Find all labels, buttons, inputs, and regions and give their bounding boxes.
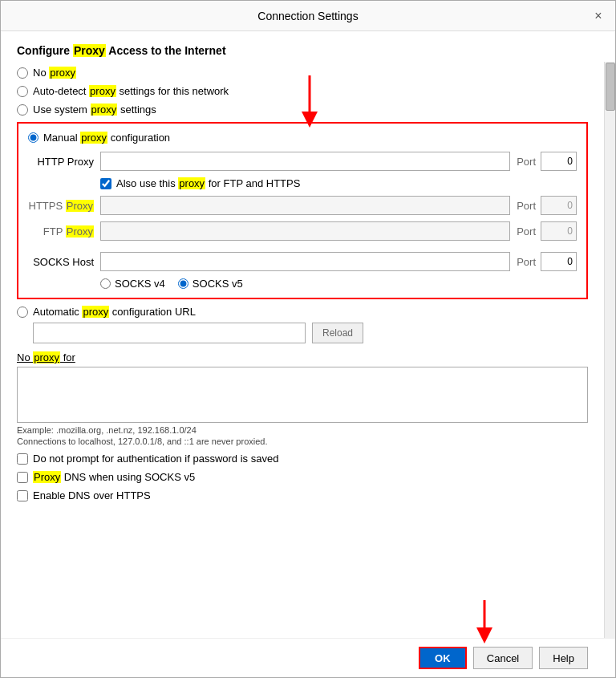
socks-host-input[interactable] [100, 252, 510, 271]
cancel-button[interactable]: Cancel [473, 647, 533, 669]
checkboxes-section: Do not prompt for authentication if pass… [17, 453, 588, 501]
no-proxy-hint2: Connections to localhost, 127.0.0.1/8, a… [17, 436, 588, 446]
socks-v5-label: SOCKS v5 [192, 278, 243, 290]
auto-proxy-input-row: Reload [33, 323, 588, 343]
https-proxy-input[interactable] [100, 196, 510, 215]
also-use-checkbox[interactable] [100, 178, 111, 189]
ftp-proxy-label: FTP Proxy [28, 225, 100, 238]
socks-v4-radio[interactable] [100, 278, 111, 289]
no-proxy-title: No proxy for [17, 351, 588, 363]
reload-button[interactable]: Reload [312, 323, 363, 343]
also-use-row: Also use this proxy for FTP and HTTPS [100, 177, 577, 189]
no-auth-prompt-label: Do not prompt for authentication if pass… [33, 453, 278, 465]
socks-version-row: SOCKS v4 SOCKS v5 [100, 278, 577, 290]
help-button[interactable]: Help [539, 647, 588, 669]
proxy-dns-checkbox[interactable] [17, 472, 28, 483]
dialog-title: Connection Settings [257, 10, 358, 22]
https-proxy-row: HTTPS Proxy Port [28, 196, 577, 215]
no-proxy-hint1: Example: .mozilla.org, .net.nz, 192.168.… [17, 425, 588, 435]
dns-https-option[interactable]: Enable DNS over HTTPS [17, 489, 588, 501]
socks-v4-option[interactable]: SOCKS v4 [100, 278, 165, 290]
radio-auto-proxy[interactable]: Automatic proxy configuration URL [17, 306, 588, 318]
footer: OK Cancel Help [1, 638, 615, 677]
https-port-input[interactable] [541, 196, 577, 215]
ftp-port-label: Port [517, 225, 536, 238]
no-auth-prompt-option[interactable]: Do not prompt for authentication if pass… [17, 453, 588, 465]
section-heading: Configure Proxy Access to the Internet [17, 44, 588, 57]
http-port-label: Port [517, 156, 536, 168]
manual-proxy-section: Manual proxy configuration HTTP Proxy Po… [17, 122, 588, 299]
radio-auto-detect[interactable]: Auto-detect proxy settings for this netw… [17, 85, 588, 97]
socks-host-label: SOCKS Host [28, 256, 100, 268]
auto-proxy-url-input[interactable] [33, 323, 306, 343]
radio-system-proxy[interactable]: Use system proxy settings [17, 104, 588, 116]
main-content: Configure Proxy Access to the Internet N… [1, 31, 615, 510]
no-proxy-section: No proxy for Example: .mozilla.org, .net… [17, 351, 588, 446]
no-auth-prompt-checkbox[interactable] [17, 453, 28, 465]
ok-button[interactable]: OK [419, 647, 467, 669]
https-proxy-label: HTTPS Proxy [28, 200, 100, 212]
http-proxy-input[interactable] [100, 152, 510, 171]
no-proxy-textarea[interactable] [17, 367, 588, 423]
http-proxy-label: HTTP Proxy [28, 156, 100, 168]
https-port-label: Port [517, 200, 536, 212]
socks-port-input[interactable] [541, 252, 577, 271]
dns-https-label: Enable DNS over HTTPS [33, 489, 151, 501]
title-bar: Connection Settings × [1, 1, 615, 31]
proxy-dns-option[interactable]: Proxy DNS when using SOCKS v5 [17, 471, 588, 483]
http-port-input[interactable] [541, 152, 577, 171]
scrollbar-thumb[interactable] [606, 63, 615, 111]
auto-proxy-section: Automatic proxy configuration URL Reload [17, 306, 588, 343]
socks-v4-label: SOCKS v4 [115, 278, 165, 290]
ftp-proxy-row: FTP Proxy Port [28, 221, 577, 241]
http-proxy-row: HTTP Proxy Port [28, 152, 577, 171]
proxy-mode-group: No proxy Auto-detect proxy settings for … [17, 67, 588, 116]
socks-host-row: SOCKS Host Port [28, 252, 577, 271]
ftp-proxy-input[interactable] [100, 221, 510, 241]
dialog: Connection Settings × Configure Proxy Ac… [0, 0, 616, 678]
ftp-port-input[interactable] [541, 221, 577, 241]
socks-v5-option[interactable]: SOCKS v5 [178, 278, 243, 290]
socks-port-label: Port [517, 256, 536, 268]
scrollbar-track[interactable] [604, 62, 615, 638]
close-button[interactable]: × [590, 7, 607, 25]
manual-proxy-header: Manual proxy configuration [28, 132, 577, 144]
socks-v5-radio[interactable] [178, 278, 188, 289]
radio-no-proxy[interactable]: No proxy [17, 67, 588, 79]
radio-manual-proxy[interactable] [28, 132, 38, 143]
dns-https-checkbox[interactable] [17, 490, 28, 501]
